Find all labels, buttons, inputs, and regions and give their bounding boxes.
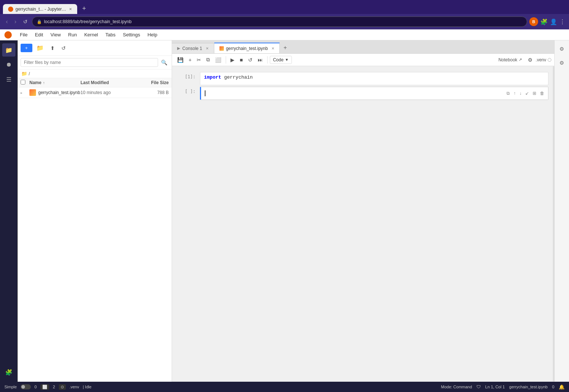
- menu-bar: File Edit View Run Kernel Tabs Settings …: [0, 29, 569, 40]
- search-icon-button[interactable]: 🔍: [160, 59, 169, 66]
- status-mode: Mode: Command: [441, 385, 472, 389]
- kernel-label: Code: [273, 57, 284, 62]
- cut-cell-button[interactable]: ✂: [194, 55, 203, 64]
- address-bar[interactable]: 🔒 localhost:8889/lab/tree/gerrychain_tes…: [32, 17, 527, 27]
- status-venv: .venv: [69, 385, 79, 389]
- back-button[interactable]: ‹: [4, 17, 10, 26]
- breadcrumb-path: /: [29, 71, 30, 76]
- folder-icon: 📁: [21, 71, 27, 76]
- select-all-checkbox[interactable]: [21, 80, 25, 84]
- search-input[interactable]: [21, 58, 158, 67]
- extensions-icon[interactable]: 🧩: [540, 18, 548, 25]
- sidebar-commands[interactable]: ☰: [2, 73, 15, 86]
- file-row[interactable]: ▸ gerrychain_test.ipynb 10 minutes ago 7…: [18, 87, 172, 98]
- sidebar-file-browser[interactable]: 📁: [2, 43, 15, 57]
- cell-2: [ ]: ⧉ ↑ ↓ ↙ ⊞ 🗑: [172, 87, 554, 100]
- upload-button[interactable]: ⬆: [48, 43, 57, 53]
- search-box: 🔍: [18, 56, 172, 69]
- sidebar-extension[interactable]: 🧩: [2, 366, 15, 379]
- status-right: Mode: Command 🛡 Ln 1, Col 1 gerrychain_t…: [441, 384, 565, 390]
- save-button[interactable]: 💾: [175, 55, 186, 64]
- notebook-label-button[interactable]: Notebook ↗: [495, 56, 525, 64]
- merge-action[interactable]: ⊞: [531, 90, 538, 97]
- jupyterlab-logo: [4, 31, 12, 39]
- copy-cell-action[interactable]: ⧉: [505, 90, 511, 97]
- notebook-text: Notebook: [498, 57, 517, 62]
- status-bar: Simple 0 ⬜ 2 ⊙ .venv | Idle Mode: Comman…: [0, 382, 569, 392]
- forward-button[interactable]: ›: [12, 17, 18, 26]
- col-size-header[interactable]: File Size: [139, 80, 169, 85]
- file-list: ▸ gerrychain_test.ipynb 10 minutes ago 7…: [18, 87, 172, 382]
- sidebar-running[interactable]: ⏺: [2, 58, 15, 71]
- new-launcher-button[interactable]: +: [21, 44, 32, 52]
- menu-settings[interactable]: Settings: [119, 30, 144, 39]
- notebook-content: [1]: import gerrychain [ ]:: [172, 66, 554, 382]
- refresh-button[interactable]: ↺: [59, 43, 68, 53]
- menu-file[interactable]: File: [16, 30, 31, 39]
- menu-edit[interactable]: Edit: [31, 30, 47, 39]
- kernel-selector[interactable]: Code ▼: [270, 56, 292, 64]
- paste-cell-button[interactable]: ⬜: [213, 55, 223, 64]
- run-cell-button[interactable]: ▶: [228, 55, 237, 64]
- menu-kernel[interactable]: Kernel: [80, 30, 102, 39]
- new-folder-button[interactable]: 📁: [34, 43, 46, 53]
- console-tab[interactable]: ▶ Console 1 ×: [172, 43, 214, 53]
- simple-toggle[interactable]: [21, 384, 31, 389]
- profile-icon[interactable]: 👤: [550, 18, 557, 25]
- menu-help[interactable]: Help: [144, 30, 161, 39]
- sort-asc-icon: ↑: [43, 81, 45, 85]
- status-idle: | Idle: [83, 385, 92, 389]
- open-external-icon: ↗: [519, 57, 522, 62]
- col-name-header[interactable]: Name ↑: [29, 80, 80, 85]
- toolbar-right: Notebook ↗ ⚙ .venv: [495, 56, 551, 64]
- add-tab-button[interactable]: +: [280, 42, 290, 53]
- menu-run[interactable]: Run: [64, 30, 80, 39]
- menu-button[interactable]: ⋮: [559, 18, 565, 25]
- notebook-tab-close[interactable]: ×: [272, 46, 275, 51]
- status-ln-col: Ln 1, Col 1: [485, 385, 505, 389]
- stop-kernel-button[interactable]: ■: [237, 55, 245, 64]
- notebook-settings-button[interactable]: ⚙: [528, 57, 533, 63]
- kernel-dropdown-icon: ▼: [285, 58, 289, 62]
- notebook-tab[interactable]: gerrychain_test.ipynb ×: [214, 43, 280, 53]
- cell-1-body[interactable]: import gerrychain: [200, 72, 548, 85]
- url-text: localhost:8889/lab/tree/gerrychain_test.…: [44, 19, 522, 24]
- console-tab-close[interactable]: ×: [206, 46, 209, 51]
- status-zero: 0: [35, 385, 37, 389]
- delete-cell-action[interactable]: 🗑: [538, 90, 546, 97]
- move-down-action[interactable]: ↓: [518, 90, 523, 97]
- restart-run-all-button[interactable]: ⏭: [255, 55, 265, 64]
- menu-view[interactable]: View: [47, 30, 64, 39]
- file-table-header: Name ↑ Last Modified File Size: [18, 78, 172, 87]
- right-settings-button-2[interactable]: ⚙: [557, 57, 568, 68]
- add-cell-button[interactable]: +: [186, 55, 194, 64]
- notebook-area: ▶ Console 1 × gerrychain_test.ipynb × + …: [172, 40, 554, 382]
- simple-label: Simple: [4, 385, 17, 389]
- status-badge-2: ⊙: [59, 384, 66, 390]
- cell-1-gutter: [1]:: [178, 72, 200, 85]
- cell-2-gutter: [ ]:: [178, 87, 200, 100]
- breadcrumb: 📁 /: [18, 69, 172, 78]
- tab-close-icon[interactable]: ×: [69, 6, 72, 12]
- import-keyword: import: [204, 75, 221, 80]
- new-tab-button[interactable]: +: [79, 3, 90, 14]
- new-launcher-icon: +: [25, 45, 28, 51]
- cell-2-body[interactable]: ⧉ ↑ ↓ ↙ ⊞ 🗑: [200, 87, 548, 100]
- col-modified-header[interactable]: Last Modified: [80, 80, 139, 85]
- menu-tabs[interactable]: Tabs: [102, 30, 119, 39]
- notebook-tab-bar: ▶ Console 1 × gerrychain_test.ipynb × +: [172, 40, 554, 54]
- tab-title: gerrychain_t... - JupyterLab: [15, 7, 67, 12]
- add-below-action[interactable]: ↙: [524, 90, 530, 97]
- right-settings-button[interactable]: ⚙: [557, 43, 568, 54]
- move-up-action[interactable]: ↑: [512, 90, 517, 97]
- restart-kernel-button[interactable]: ↺: [246, 55, 255, 64]
- file-name: gerrychain_test.ipynb: [38, 90, 80, 95]
- copy-cell-button[interactable]: ⧉: [204, 55, 212, 64]
- reload-button[interactable]: ↺: [21, 17, 30, 26]
- tab-favicon: [8, 7, 13, 12]
- browser-tab[interactable]: gerrychain_t... - JupyterLab ×: [3, 4, 77, 14]
- status-file: gerrychain_test.ipynb: [509, 385, 548, 389]
- import-module: gerrychain: [224, 75, 253, 80]
- brave-shield-icon[interactable]: B: [529, 17, 538, 26]
- status-bell[interactable]: 🔔: [559, 384, 565, 390]
